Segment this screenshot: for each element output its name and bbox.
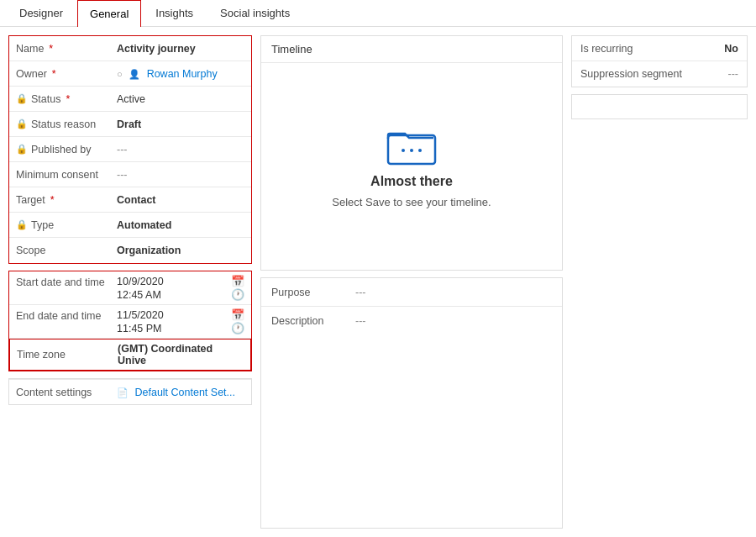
published-lock-icon: 🔒 — [16, 144, 28, 155]
min-consent-row: Minimum consent --- — [9, 162, 251, 187]
left-panel: Name * Activity journey Owner * ○ 👤 Rowa… — [8, 35, 252, 529]
name-value[interactable]: Activity journey — [117, 43, 244, 55]
target-value[interactable]: Contact — [117, 194, 244, 206]
target-required: * — [50, 194, 55, 206]
scope-row: Scope Organization — [9, 238, 251, 263]
status-reason-row: 🔒 Status reason Draft — [9, 112, 251, 137]
owner-value: ○ 👤 Rowan Murphy — [117, 68, 244, 80]
start-clock-icon[interactable]: 🕐 — [231, 288, 244, 301]
svg-point-3 — [418, 149, 422, 152]
content-settings-doc-icon: 📄 — [117, 387, 129, 397]
purpose-value[interactable]: --- — [355, 287, 366, 298]
type-row: 🔒 Type Automated — [9, 213, 251, 238]
start-date-value: 10/9/2020 📅 12:45 AM 🕐 — [117, 275, 244, 301]
start-date-line: 10/9/2020 📅 — [117, 275, 244, 287]
target-row: Target * Contact — [9, 187, 251, 213]
end-date-label: End date and time — [16, 308, 117, 322]
content-settings-label: Content settings — [16, 387, 117, 398]
start-time-line: 12:45 AM 🕐 — [117, 288, 244, 301]
name-row: Name * Activity journey — [9, 36, 251, 61]
purpose-label: Purpose — [271, 287, 355, 298]
date-section: Start date and time 10/9/2020 📅 12:45 AM… — [8, 271, 252, 371]
suppression-label: Suppression segment — [580, 68, 728, 80]
owner-label: Owner * — [16, 68, 117, 80]
end-time-text[interactable]: 11:45 PM — [117, 323, 162, 334]
main-content: Name * Activity journey Owner * ○ 👤 Rowa… — [0, 27, 756, 537]
is-recurring-row: Is recurring No — [572, 36, 747, 61]
status-reason-label: 🔒 Status reason — [16, 118, 117, 130]
suppression-value: --- — [728, 68, 739, 80]
timezone-label: Time zone — [17, 349, 118, 361]
status-value[interactable]: Active — [117, 93, 244, 105]
start-calendar-icon[interactable]: 📅 — [231, 275, 244, 287]
svg-point-2 — [410, 149, 413, 152]
right-empty-box — [571, 94, 748, 119]
purpose-row: Purpose --- — [261, 278, 562, 307]
content-settings-row: Content settings 📄 Default Content Set..… — [9, 379, 251, 404]
start-time-text[interactable]: 12:45 AM — [117, 289, 161, 301]
end-calendar-icon[interactable]: 📅 — [231, 308, 244, 321]
status-lock-icon: 🔒 — [16, 93, 28, 104]
timeline-subtitle: Select Save to see your timeline. — [332, 196, 491, 208]
end-date-row: End date and time 11/5/2020 📅 11:45 PM 🕐 — [9, 305, 251, 339]
tab-general[interactable]: General — [77, 0, 141, 27]
suppression-row: Suppression segment --- — [572, 61, 747, 87]
published-by-row: 🔒 Published by --- — [9, 137, 251, 162]
name-label: Name * — [16, 43, 117, 55]
end-date-line: 11/5/2020 📅 — [117, 308, 244, 321]
status-reason-value[interactable]: Draft — [117, 118, 244, 130]
right-panel: Is recurring No Suppression segment --- — [571, 35, 748, 529]
timezone-row: Time zone (GMT) Coordinated Unive — [9, 339, 251, 371]
type-lock-icon: 🔒 — [16, 219, 28, 230]
middle-panel: Timeline Almost there Select Save to see… — [260, 35, 563, 529]
target-label: Target * — [16, 194, 117, 206]
purpose-box: Purpose --- Description --- — [260, 277, 563, 529]
timeline-box: Timeline Almost there Select Save to see… — [260, 35, 563, 271]
owner-circle-icon: ○ — [117, 69, 123, 79]
status-required: * — [66, 93, 70, 105]
min-consent-label: Minimum consent — [16, 169, 117, 181]
is-recurring-label: Is recurring — [580, 43, 724, 55]
start-date-text[interactable]: 10/9/2020 — [117, 276, 164, 287]
status-reason-lock-icon: 🔒 — [16, 118, 28, 129]
min-consent-value: --- — [117, 169, 244, 181]
end-clock-icon[interactable]: 🕐 — [231, 322, 244, 334]
published-by-value: --- — [117, 144, 244, 155]
tab-bar: Designer General Insights Social insight… — [0, 0, 756, 27]
owner-required: * — [52, 68, 56, 80]
start-date-label: Start date and time — [16, 275, 117, 288]
type-value[interactable]: Automated — [117, 219, 244, 231]
right-info-box: Is recurring No Suppression segment --- — [571, 35, 748, 87]
owner-person-icon: 👤 — [129, 69, 140, 79]
is-recurring-value: No — [724, 43, 738, 55]
content-settings-link[interactable]: Default Content Set... — [134, 387, 235, 398]
published-by-label: 🔒 Published by — [16, 144, 117, 155]
status-row: 🔒 Status * Active — [9, 87, 251, 112]
type-label: 🔒 Type — [16, 219, 117, 231]
timezone-value[interactable]: (GMT) Coordinated Unive — [118, 343, 244, 366]
tab-social-insights[interactable]: Social insights — [207, 0, 302, 27]
content-settings-value: 📄 Default Content Set... — [117, 387, 244, 398]
start-date-row: Start date and time 10/9/2020 📅 12:45 AM… — [9, 271, 251, 305]
timeline-title: Almost there — [370, 174, 453, 189]
name-required: * — [49, 43, 53, 55]
tab-designer[interactable]: Designer — [7, 0, 76, 27]
status-label: 🔒 Status * — [16, 93, 117, 105]
end-date-text[interactable]: 11/5/2020 — [117, 309, 164, 321]
tab-insights[interactable]: Insights — [143, 0, 206, 27]
scope-value[interactable]: Organization — [117, 245, 244, 256]
timeline-content: Almost there Select Save to see your tim… — [261, 63, 562, 270]
content-settings-section: Content settings 📄 Default Content Set..… — [8, 378, 252, 405]
svg-point-1 — [402, 149, 405, 152]
description-row: Description --- — [261, 307, 562, 335]
owner-row: Owner * ○ 👤 Rowan Murphy — [9, 61, 251, 87]
main-form-section: Name * Activity journey Owner * ○ 👤 Rowa… — [8, 35, 252, 264]
timeline-header: Timeline — [261, 36, 562, 63]
end-date-value: 11/5/2020 📅 11:45 PM 🕐 — [117, 308, 244, 334]
folder-icon — [386, 125, 437, 167]
owner-name[interactable]: Rowan Murphy — [147, 68, 218, 80]
scope-label: Scope — [16, 245, 117, 256]
description-label: Description — [271, 315, 355, 327]
end-time-line: 11:45 PM 🕐 — [117, 322, 244, 334]
description-value[interactable]: --- — [355, 315, 366, 327]
